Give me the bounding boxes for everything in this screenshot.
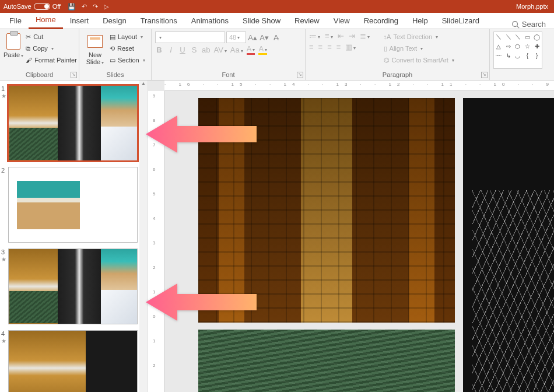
- thumbnail-slide-2[interactable]: 2 SlideLizard: [8, 167, 144, 243]
- tab-home[interactable]: Home: [29, 13, 63, 29]
- redo-icon[interactable]: ↷: [93, 3, 98, 10]
- shape-curve-icon[interactable]: 〰: [496, 52, 502, 59]
- text-direction-button[interactable]: ↕AText Direction: [384, 32, 454, 42]
- shape-rect-icon[interactable]: ▭: [525, 34, 530, 40]
- slide-image-building[interactable]: [198, 98, 455, 323]
- clipboard-launcher-icon[interactable]: ↘: [71, 72, 77, 78]
- font-launcher-icon[interactable]: ↘: [297, 72, 303, 78]
- tab-design[interactable]: Design: [96, 14, 133, 29]
- underline-button[interactable]: U: [178, 46, 187, 54]
- group-slides-label: Slides: [83, 70, 148, 80]
- tab-view[interactable]: View: [327, 14, 357, 29]
- clear-formatting-icon[interactable]: A̶: [271, 32, 281, 43]
- slide-thumbnail-panel[interactable]: ▲ 1 ★ 2 SlideLizard 3: [0, 80, 148, 392]
- search-box[interactable]: Search: [511, 20, 552, 29]
- start-from-beginning-icon[interactable]: ▷: [104, 3, 108, 10]
- tab-help[interactable]: Help: [405, 14, 435, 29]
- font-size-combo[interactable]: 48: [226, 32, 246, 43]
- strikethrough-button[interactable]: S: [190, 46, 198, 54]
- line-spacing-button[interactable]: ≣: [360, 32, 370, 40]
- decrease-indent-button[interactable]: ⇤: [338, 32, 344, 40]
- shadow-button[interactable]: ab: [202, 46, 210, 54]
- copy-icon: ⧉: [26, 45, 30, 52]
- cut-button[interactable]: ✂Cut: [26, 32, 77, 42]
- group-font-label: Font: [155, 70, 301, 80]
- shape-brace-icon[interactable]: {: [527, 52, 528, 59]
- shape-line-icon[interactable]: ＼: [496, 33, 502, 41]
- copy-button[interactable]: ⧉Copy: [26, 43, 77, 54]
- numbering-button[interactable]: ≡: [325, 32, 333, 40]
- shape-triangle-icon[interactable]: △: [496, 43, 501, 50]
- shape-connector-icon[interactable]: ↳: [506, 52, 511, 59]
- italic-button[interactable]: I: [167, 46, 175, 54]
- decrease-font-icon[interactable]: A▾: [259, 32, 269, 43]
- undo-icon[interactable]: ↶: [82, 3, 87, 10]
- align-text-icon: ▯: [384, 45, 387, 52]
- bold-button[interactable]: B: [155, 46, 163, 54]
- group-slides: New Slide ▤Layout ⟲Reset ▭Section Slides: [79, 29, 152, 80]
- increase-font-icon[interactable]: A▴: [247, 32, 258, 43]
- search-label: Search: [522, 20, 546, 29]
- shapes-gallery[interactable]: ＼ ＼ ＼ ▭ ◯ △ ⇨ ⬡ ☆ ✚ 〰 ↳ ◡ { }: [493, 32, 542, 69]
- autosave-toggle[interactable]: AutoSave Off: [3, 3, 61, 10]
- tab-insert[interactable]: Insert: [63, 14, 96, 29]
- ruler-tick: 6: [153, 167, 155, 172]
- shape-arrowr-icon[interactable]: ⇨: [506, 43, 511, 50]
- char-spacing-button[interactable]: AV: [213, 46, 226, 54]
- thumb-image: [101, 86, 137, 127]
- font-color-button[interactable]: A: [247, 44, 255, 55]
- align-text-button[interactable]: ▯Align Text: [384, 43, 454, 54]
- thumbnail-slide-4[interactable]: 4 ★: [8, 330, 144, 392]
- new-slide-button[interactable]: New Slide: [83, 32, 107, 65]
- columns-button[interactable]: ▥: [345, 43, 356, 51]
- tab-slidelizard[interactable]: SlideLizard: [435, 14, 486, 29]
- shape-line3-icon[interactable]: ＼: [515, 33, 521, 41]
- shape-hex-icon[interactable]: ⬡: [515, 43, 520, 50]
- horizontal-ruler[interactable]: · 16 · · 15 · · 14 · · 13 · · 12 · · 11 …: [164, 80, 554, 91]
- thumbnail-number: 1: [1, 85, 5, 92]
- convert-smartart-button[interactable]: ⌬Convert to SmartArt: [384, 55, 454, 65]
- slide-canvas[interactable]: [177, 98, 554, 392]
- tab-recording[interactable]: Recording: [357, 14, 405, 29]
- group-clipboard: Paste ✂Cut ⧉Copy 🖌Format Painter Clipboa…: [0, 29, 79, 80]
- vertical-ruler[interactable]: 987654321012: [148, 91, 164, 392]
- slide-image-lines[interactable]: [463, 98, 554, 392]
- align-text-label: Align Text: [390, 45, 418, 52]
- paste-button[interactable]: Paste: [3, 32, 23, 58]
- ruler-tick: 0: [153, 314, 155, 319]
- bullets-button[interactable]: ≔: [309, 32, 320, 40]
- shape-oval-icon[interactable]: ◯: [534, 34, 540, 40]
- highlight-button[interactable]: A: [258, 44, 267, 55]
- slide-image-leaf[interactable]: [198, 330, 455, 392]
- align-left-button[interactable]: ≡: [309, 43, 314, 51]
- increase-indent-button[interactable]: ⇥: [349, 32, 355, 40]
- section-button[interactable]: ▭Section: [110, 55, 145, 65]
- align-center-button[interactable]: ≡: [318, 43, 323, 51]
- reset-button[interactable]: ⟲Reset: [110, 43, 145, 54]
- format-painter-button[interactable]: 🖌Format Painter: [26, 55, 77, 65]
- format-painter-label: Format Painter: [34, 57, 77, 64]
- shape-arc-icon[interactable]: ◡: [515, 52, 520, 59]
- thumbnail-slide-3[interactable]: 3 ★: [8, 249, 144, 324]
- tab-review[interactable]: Review: [287, 14, 327, 29]
- save-icon[interactable]: 💾: [68, 3, 76, 10]
- justify-button[interactable]: ≡: [336, 43, 341, 51]
- tab-transitions[interactable]: Transitions: [134, 14, 184, 29]
- shape-plus-icon[interactable]: ✚: [535, 43, 539, 50]
- thumbnail-slide-1[interactable]: 1 ★: [8, 85, 144, 161]
- layout-button[interactable]: ▤Layout: [110, 32, 145, 42]
- align-right-button[interactable]: ≡: [327, 43, 332, 51]
- shape-brace2-icon[interactable]: }: [536, 52, 538, 59]
- shape-star-icon[interactable]: ☆: [525, 43, 530, 50]
- tab-file[interactable]: File: [2, 14, 29, 29]
- font-name-combo[interactable]: [155, 32, 225, 43]
- shape-line2-icon[interactable]: ＼: [506, 33, 511, 41]
- animation-star-icon: ★: [1, 338, 6, 344]
- paragraph-launcher-icon[interactable]: ↘: [481, 72, 488, 78]
- change-case-button[interactable]: Aa: [230, 46, 243, 54]
- thumb-image: [101, 290, 137, 324]
- slide-edit-area[interactable]: · 16 · · 15 · · 14 · · 13 · · 12 · · 11 …: [148, 80, 554, 392]
- tab-slideshow[interactable]: Slide Show: [236, 14, 287, 29]
- tab-animations[interactable]: Animations: [184, 14, 236, 29]
- autosave-switch[interactable]: [34, 3, 50, 10]
